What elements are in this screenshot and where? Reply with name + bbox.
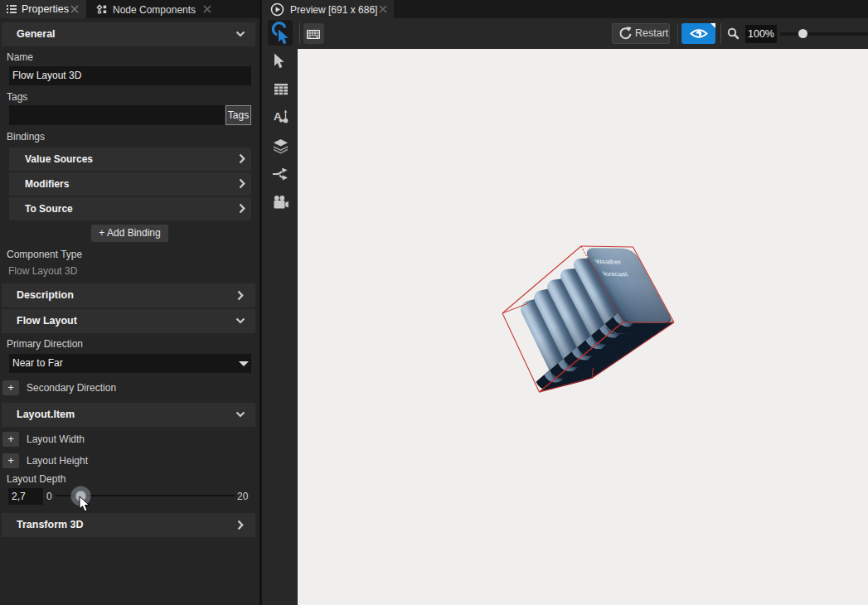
svg-text:forecast: forecast: [601, 271, 629, 278]
svg-text:Weather: Weather: [594, 259, 623, 265]
